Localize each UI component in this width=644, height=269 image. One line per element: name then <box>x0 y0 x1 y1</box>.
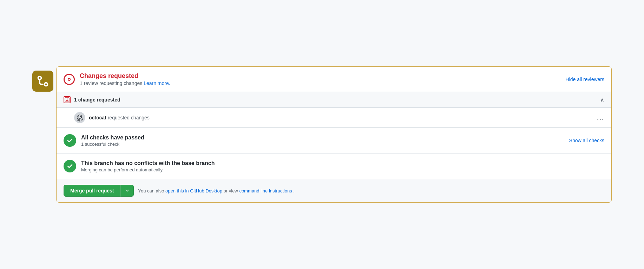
reviewer-action-text: requested changes <box>108 115 150 120</box>
chevron-up-icon[interactable]: ∧ <box>600 97 604 103</box>
no-conflicts-text: This branch has no conflicts with the ba… <box>81 160 215 172</box>
changes-requested-header: Changes requested 1 review requesting ch… <box>57 67 611 92</box>
command-line-link[interactable]: command line instructions <box>239 188 292 193</box>
change-icon <box>64 96 71 103</box>
merge-or-label: or view <box>224 188 238 193</box>
header-text: Changes requested 1 review requesting ch… <box>80 72 170 86</box>
merge-section: Merge pull request You can also open thi… <box>57 179 611 202</box>
merge-dropdown-button[interactable] <box>120 185 134 197</box>
merge-pull-request-button[interactable]: Merge pull request <box>64 185 120 197</box>
checks-subtitle: 1 successful check <box>81 142 144 147</box>
no-conflicts-icon <box>64 160 76 172</box>
merge-end: . <box>293 188 295 193</box>
status-subtitle: 1 review requesting changes Learn more. <box>80 80 170 86</box>
hide-all-reviewers-button[interactable]: Hide all reviewers <box>566 77 604 82</box>
reviewer-name: octocat <box>89 115 106 120</box>
checks-left: All checks have passed 1 successful chec… <box>64 134 144 147</box>
no-conflicts-subtitle: Merging can be performed automatically. <box>81 167 215 172</box>
show-all-checks-button[interactable]: Show all checks <box>569 138 604 143</box>
svg-point-9 <box>79 116 79 117</box>
no-conflicts-section: This branch has no conflicts with the ba… <box>57 153 611 179</box>
checks-title: All checks have passed <box>81 134 144 141</box>
merge-info-text: You can also <box>138 188 164 193</box>
merge-button-group: Merge pull request <box>64 185 134 197</box>
avatar <box>74 112 85 123</box>
check-text: All checks have passed 1 successful chec… <box>81 134 144 147</box>
svg-point-8 <box>78 115 81 118</box>
change-requested-left: 1 change requested <box>64 96 120 103</box>
header-left: Changes requested 1 review requesting ch… <box>64 72 170 86</box>
open-desktop-link[interactable]: open this in GitHub Desktop <box>165 188 222 193</box>
reviewer-row: octocat requested changes ... <box>57 108 611 127</box>
change-requested-row: 1 change requested ∧ <box>57 92 611 107</box>
changes-requested-icon-inner <box>68 78 71 81</box>
change-count-label: 1 change requested <box>74 97 120 103</box>
svg-point-0 <box>45 83 48 86</box>
changes-requested-icon <box>64 74 75 85</box>
git-branch-icon <box>32 71 53 92</box>
checks-passed-icon <box>64 134 76 147</box>
more-options-button[interactable]: ... <box>597 114 604 122</box>
pr-status-card: Changes requested 1 review requesting ch… <box>56 66 612 203</box>
svg-point-10 <box>80 116 81 117</box>
merge-info: You can also open this in GitHub Desktop… <box>138 188 294 193</box>
no-conflicts-title: This branch has no conflicts with the ba… <box>81 160 215 166</box>
checks-section: All checks have passed 1 successful chec… <box>57 128 611 153</box>
reviewer-info: octocat requested changes <box>89 115 150 120</box>
learn-more-link[interactable]: Learn more. <box>144 80 170 86</box>
status-title: Changes requested <box>80 72 170 80</box>
reviewer-left: octocat requested changes <box>74 112 150 123</box>
